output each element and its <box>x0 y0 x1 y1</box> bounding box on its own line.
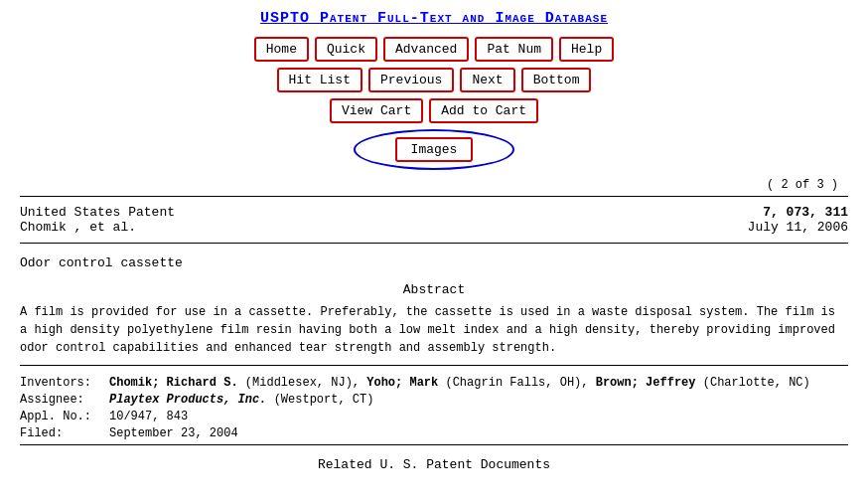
divider-top <box>20 196 848 197</box>
nav-row-1: Home Quick Advanced Pat Num Help <box>20 37 848 62</box>
inventors-brown: Brown; Jeffrey <box>596 376 696 390</box>
abstract-heading: Abstract <box>20 282 848 297</box>
hitlist-button[interactable]: Hit List <box>277 68 362 92</box>
assignee-label: Assignee: <box>20 393 109 407</box>
assignee-row: Assignee: Playtex Products, Inc. (Westpo… <box>20 393 848 407</box>
inventors-row: Inventors: Chomik; Richard S. (Middlesex… <box>20 376 848 390</box>
images-row: Images <box>20 129 848 170</box>
images-oval: Images <box>354 129 515 170</box>
inventors-chomik: Chomik; Richard S. <box>109 376 238 390</box>
images-button[interactable]: Images <box>395 137 474 162</box>
pagination: ( 2 of 3 ) <box>20 178 848 192</box>
patent-number: 7, 073, 311 <box>748 205 848 220</box>
inventors-value: Chomik; Richard S. (Middlesex, NJ), Yoho… <box>109 376 810 390</box>
abstract-section: Abstract A film is provided for use in a… <box>20 282 848 357</box>
divider-details <box>20 365 848 366</box>
patent-label: United States Patent <box>20 205 175 220</box>
site-title[interactable]: USPTO Patent Full-Text and Image Databas… <box>260 10 608 27</box>
inventors-yoho: Yoho; Mark <box>366 376 438 390</box>
page: USPTO Patent Full-Text and Image Databas… <box>0 0 868 504</box>
patent-header: United States Patent Chomik , et al. 7, … <box>20 201 848 239</box>
title-bar: USPTO Patent Full-Text and Image Databas… <box>20 10 848 27</box>
patent-header-right: 7, 073, 311 July 11, 2006 <box>748 205 848 235</box>
help-button[interactable]: Help <box>559 37 614 62</box>
inventors-yoho-loc: (Chagrin Falls, OH), <box>445 376 595 390</box>
appno-row: Appl. No.: 10/947, 843 <box>20 410 848 423</box>
home-button[interactable]: Home <box>254 37 309 62</box>
pagination-text: ( 2 of 3 ) <box>767 178 838 192</box>
patent-inventors-short: Chomik , et al. <box>20 220 175 235</box>
addtocart-button[interactable]: Add to Cart <box>429 98 538 123</box>
filed-value: September 23, 2004 <box>109 426 238 440</box>
next-button[interactable]: Next <box>460 68 514 92</box>
divider-mid <box>20 243 848 244</box>
nav-row-2: Hit List Previous Next Bottom <box>20 68 848 92</box>
divider-related <box>20 444 848 445</box>
inventors-chomik-loc: (Middlesex, NJ), <box>245 376 366 390</box>
patent-header-left: United States Patent Chomik , et al. <box>20 205 175 235</box>
inventors-brown-loc: (Charlotte, NC) <box>703 376 810 390</box>
related-heading: Related U. S. Patent Documents <box>20 449 848 472</box>
appno-value: 10/947, 843 <box>109 410 188 423</box>
patent-date: July 11, 2006 <box>748 220 848 235</box>
bottom-button[interactable]: Bottom <box>521 68 592 92</box>
advanced-button[interactable]: Advanced <box>383 37 469 62</box>
assignee-name: Playtex Products, Inc. <box>109 393 266 407</box>
abstract-text: A film is provided for use in a cassette… <box>20 303 848 357</box>
appno-label: Appl. No.: <box>20 410 109 423</box>
quick-button[interactable]: Quick <box>315 37 377 62</box>
assignee-loc: (Westport, CT) <box>274 393 374 407</box>
assignee-value: Playtex Products, Inc. (Westport, CT) <box>109 393 373 407</box>
previous-button[interactable]: Previous <box>368 68 454 92</box>
viewcart-button[interactable]: View Cart <box>330 98 423 123</box>
filed-row: Filed: September 23, 2004 <box>20 426 848 440</box>
patnum-button[interactable]: Pat Num <box>475 37 553 62</box>
nav-row-3: View Cart Add to Cart <box>20 98 848 123</box>
patent-title: Odor control cassette <box>20 248 848 274</box>
inventors-label: Inventors: <box>20 376 109 390</box>
details-section: Inventors: Chomik; Richard S. (Middlesex… <box>20 376 848 440</box>
filed-label: Filed: <box>20 426 109 440</box>
